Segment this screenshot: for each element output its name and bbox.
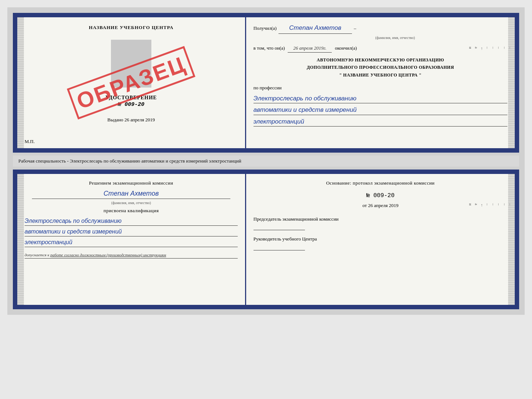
photo-placeholder <box>111 40 151 88</box>
middle-text: Рабочая специальность - Электрослесарь п… <box>13 156 519 167</box>
side-letters-bottom: иа←––––– <box>468 203 513 207</box>
border-strip-right-top <box>508 17 515 148</box>
bottom-name: Степан Ахметов <box>32 190 230 199</box>
org-block: АВТОНОМНУЮ НЕКОММЕРЧЕСКУЮ ОРГАНИЗАЦИЮ ДО… <box>254 56 507 79</box>
org-line2: ДОПОЛНИТЕЛЬНОГО ПРОФЕССИОНАЛЬНОГО ОБРАЗО… <box>254 64 507 71</box>
resheniyem-text: Решением экзаменационной комиссии <box>25 179 238 187</box>
chairman-block: Председатель экзаменационной комиссии <box>254 216 507 230</box>
poluchil-name: Степан Ахметов <box>278 23 352 34</box>
page-container: НАЗВАНИЕ УЧЕБНОГО ЦЕНТРА УДОСТОВЕРЕНИЕ №… <box>7 7 525 315</box>
poluchil-row: Получил(а) Степан Ахметов – <box>254 23 507 34</box>
ot-date: 26 апреля 2019 <box>368 203 399 208</box>
po-professii: по профессии <box>254 84 507 92</box>
bottom-left-panel: Решением экзаменационной комиссии Степан… <box>17 174 246 305</box>
chairman-title: Председатель экзаменационной комиссии <box>254 216 507 222</box>
prisvoena: присвоена квалификация <box>25 208 238 214</box>
profession-line1: Электрослесарь по обслуживанию <box>254 94 507 104</box>
doc-title: НАЗВАНИЕ УЧЕБНОГО ЦЕНТРА <box>89 25 174 31</box>
top-document: НАЗВАНИЕ УЧЕБНОГО ЦЕНТРА УДОСТОВЕРЕНИЕ №… <box>13 13 519 153</box>
top-left-panel: НАЗВАНИЕ УЧЕБНОГО ЦЕНТРА УДОСТОВЕРЕНИЕ №… <box>17 17 246 148</box>
dopuskaetsya-label: допускается к <box>25 253 49 257</box>
middle-text-content: Рабочая специальность - Электрослесарь п… <box>18 158 241 164</box>
org-line3: " НАЗВАНИЕ УЧЕБНОГО ЦЕНТРА " <box>254 71 507 79</box>
rukovoditel-signature-line <box>254 250 305 250</box>
vtom-date: 26 апреля 2019г. <box>288 44 332 53</box>
chairman-signature-line <box>254 230 305 230</box>
protocol-number: № 009-20 <box>254 192 507 199</box>
qual-line3: электростанций <box>25 238 238 247</box>
dopuskaetsya: допускается к работе согласно должностны… <box>25 253 238 259</box>
poluchil-label: Получил(а) <box>254 25 277 32</box>
rukovoditel-block: Руководитель учебного Центра <box>254 236 507 250</box>
vydano-date: 26 апреля 2019 <box>125 117 155 122</box>
ot-label: от <box>362 203 367 208</box>
udost-label: УДОСТОВЕРЕНИЕ <box>105 95 157 101</box>
dopuskaetsya-text: работе согласно должностным (производств… <box>50 253 166 257</box>
profession-line3: электростанций <box>254 117 507 127</box>
mp-line: М.П. <box>25 139 35 145</box>
fio-sub2: (фамилия, имя, отчество) <box>25 201 238 205</box>
vydano-line: Выдано 26 апреля 2019 <box>107 117 155 123</box>
bottom-document: Решением экзаменационной комиссии Степан… <box>13 170 519 309</box>
nomer-line: № 009-20 <box>118 101 144 108</box>
fio-sub: (фамилия, имя, отчество) <box>283 35 507 41</box>
okonchil-label: окончил(а) <box>335 44 357 52</box>
vydano-word: Выдано <box>107 117 123 122</box>
qual-line2: автоматики и средств измерений <box>25 227 238 236</box>
top-right-panel: Получил(а) Степан Ахметов – (фамилия, им… <box>246 17 515 148</box>
side-letters-top: иа←––––– <box>468 47 513 51</box>
border-strip-right-bottom <box>508 174 515 305</box>
profession-line2: автоматики и средств измерений <box>254 105 507 115</box>
org-line1: АВТОНОМНУЮ НЕКОММЕРЧЕСКУЮ ОРГАНИЗАЦИЮ <box>254 56 507 64</box>
vtom-label: в том, что он(а) <box>254 44 285 52</box>
dopuskaetsya-underline: работе согласно должностным (производств… <box>50 253 166 257</box>
rukovoditel-title: Руководитель учебного Центра <box>254 236 507 242</box>
dash1: – <box>354 25 356 32</box>
bottom-right-panel: Основание: протокол экзаменационной коми… <box>246 174 515 305</box>
qual-line1: Электрослесарь по обслуживанию <box>25 217 238 226</box>
osnovanie-text: Основание: протокол экзаменационной коми… <box>254 179 507 187</box>
